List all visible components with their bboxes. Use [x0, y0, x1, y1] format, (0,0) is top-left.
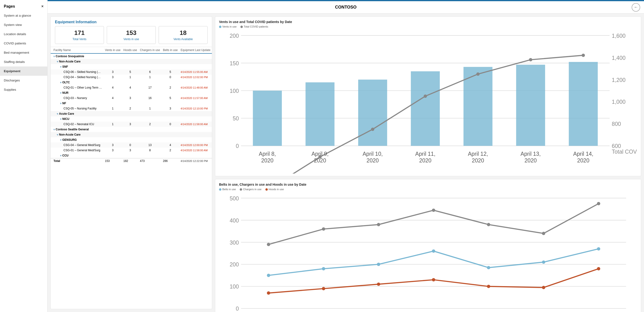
svg-point-59 [377, 223, 380, 226]
expand-icon[interactable]: ▿ [60, 154, 61, 157]
svg-point-25 [371, 128, 374, 131]
table-row: ▿Contoso Seattle General [51, 127, 212, 132]
table-row: CSQ-04 – Skilled Nursing (… 3 1 1 0 4/14… [51, 75, 212, 80]
chart1-card: Vents in use and Total COVID patients by… [215, 16, 641, 176]
svg-text:0: 0 [236, 306, 239, 312]
svg-text:500: 500 [230, 195, 239, 201]
table-row: ▿NF [51, 101, 212, 106]
svg-text:1,400: 1,400 [612, 55, 626, 61]
svg-point-65 [322, 267, 325, 270]
svg-point-68 [487, 266, 490, 269]
table-row: CSQ-03 – Nursery 4 3 16 5 4/14/2020 11:5… [51, 95, 212, 101]
table-row: ▿Contoso Snoqualmie [51, 53, 212, 59]
sidebar-item[interactable]: Discharges [0, 76, 47, 85]
expand-icon[interactable]: ▿ [57, 60, 58, 63]
legend-item: Total COVID patients [240, 25, 268, 28]
legend-item: Belts in use [219, 188, 236, 191]
svg-text:800: 800 [612, 121, 621, 127]
legend-dot [219, 26, 222, 28]
table-row: CSG-01 – General Med/Surg 3 3 8 2 4/14/2… [51, 148, 212, 153]
svg-point-27 [476, 72, 480, 76]
svg-point-71 [267, 291, 270, 295]
svg-text:2020: 2020 [419, 157, 432, 163]
sidebar-close-button[interactable]: × [42, 4, 44, 8]
sidebar-item[interactable]: Equipment [0, 66, 47, 76]
equipment-table-container[interactable]: Facility NameVents in useHoods useCharge… [51, 47, 212, 309]
kpi-label: Total Vents [57, 37, 102, 41]
sidebar-item[interactable]: System view [0, 20, 47, 29]
kpi-box: 153Vents in use [107, 26, 156, 44]
svg-point-75 [487, 285, 490, 288]
table-row: CSQ-02 – Neonatal ICU 1 3 2 0 4/14/2020 … [51, 122, 212, 127]
table-row: ▿Acute Care [51, 111, 212, 116]
expand-icon[interactable]: ▿ [57, 113, 58, 115]
back-button[interactable]: ← [632, 3, 640, 12]
svg-text:April 9,: April 9, [312, 151, 329, 157]
legend-item: Chargers in use [240, 188, 262, 191]
svg-text:1,000: 1,000 [612, 99, 626, 105]
svg-text:Total COVID patients: Total COVID patients [612, 149, 637, 155]
legend-dot [240, 26, 243, 28]
equipment-panel: Equipment Information 171Total Vents153V… [50, 16, 212, 309]
svg-text:2020: 2020 [577, 157, 589, 163]
expand-icon[interactable]: ▿ [60, 92, 61, 94]
svg-point-72 [322, 287, 325, 290]
expand-icon[interactable]: ▿ [60, 66, 61, 68]
svg-rect-18 [358, 80, 387, 146]
chart2-legend: Belts in useChargers in useHoods in use [219, 188, 637, 191]
table-row: ▿Non-Acute Care [51, 132, 212, 137]
svg-rect-22 [569, 62, 598, 146]
expand-icon[interactable]: ▿ [60, 102, 61, 105]
svg-text:400: 400 [230, 217, 239, 223]
sidebar-item[interactable]: Staffing details [0, 57, 47, 66]
sidebar-item[interactable]: Bed management [0, 48, 47, 57]
expand-icon[interactable]: ▿ [54, 128, 55, 131]
table-row: ▿SNF [51, 64, 212, 69]
table-row: ▿GENSURG [51, 137, 212, 143]
svg-point-60 [432, 208, 435, 212]
sidebar-header: Pages × [0, 0, 47, 11]
main-panel: CONTOSO ← Equipment Information 171Total… [48, 0, 644, 312]
expand-icon[interactable]: ▿ [60, 118, 61, 120]
svg-text:April 12,: April 12, [468, 151, 488, 157]
chart2-card: Belts in use, Chargers in use and Hoods … [215, 179, 641, 312]
svg-point-64 [267, 274, 270, 277]
table-row: CSG-04 – General Med/Surg 3 0 13 4 4/14/… [51, 143, 212, 148]
sidebar-item[interactable]: COVID patients [0, 39, 47, 48]
kpi-label: Vents in use [109, 37, 154, 41]
svg-text:2020: 2020 [314, 157, 326, 163]
sidebar-item[interactable]: System at a glance [0, 11, 47, 20]
chart2-title: Belts in use, Chargers in use and Hoods … [219, 183, 637, 186]
svg-point-62 [542, 232, 545, 235]
svg-point-28 [529, 58, 532, 61]
table-header: Belts in use [162, 47, 179, 53]
kpi-box: 171Total Vents [55, 26, 104, 44]
expand-icon[interactable]: ▿ [57, 134, 58, 136]
svg-rect-19 [411, 71, 440, 146]
kpi-box: 18Vents Available [158, 26, 208, 44]
svg-point-73 [377, 283, 380, 286]
svg-point-63 [597, 202, 600, 205]
topbar: CONTOSO ← [48, 1, 644, 13]
table-header: Vents in use [104, 47, 122, 53]
sidebar-item[interactable]: Location details [0, 29, 47, 39]
equipment-table: Facility NameVents in useHoods useCharge… [51, 47, 212, 163]
svg-point-57 [267, 243, 270, 246]
svg-text:April 8,: April 8, [259, 151, 276, 157]
sidebar-title: Pages [4, 4, 15, 8]
table-row: CSQ-01 – Other Long Term … 4 4 17 2 4/14… [51, 85, 212, 90]
table-header: Hoods use [122, 47, 138, 53]
expand-icon[interactable]: ▿ [60, 81, 61, 84]
svg-text:1,600: 1,600 [612, 33, 626, 39]
expand-icon[interactable]: ▿ [54, 55, 55, 58]
content-area: Equipment Information 171Total Vents153V… [48, 13, 644, 312]
svg-point-66 [377, 263, 380, 266]
table-total-row: Total 153 182 473 286 4/14/2020 12:22:00… [51, 158, 212, 164]
expand-icon[interactable]: ▿ [60, 139, 61, 141]
svg-point-74 [432, 278, 435, 281]
kpi-value: 153 [109, 29, 154, 36]
svg-text:2020: 2020 [472, 157, 484, 163]
sidebar-item[interactable]: Supplies [0, 85, 47, 94]
svg-point-69 [542, 261, 545, 264]
svg-text:0: 0 [236, 143, 239, 149]
